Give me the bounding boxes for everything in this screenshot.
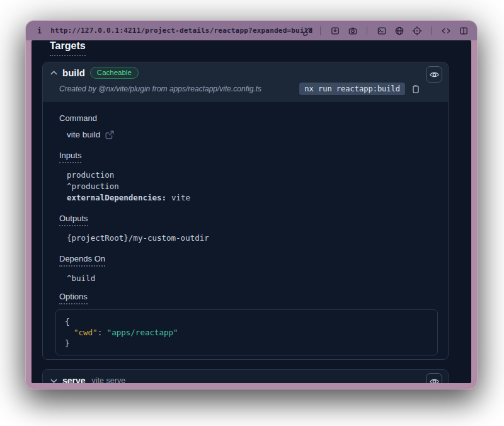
json-key: "cwd"	[74, 328, 98, 337]
chevron-up-icon	[50, 71, 57, 75]
depends-on-item: ^build	[67, 273, 439, 284]
inputs-section: Inputs production ^production externalDe…	[59, 149, 439, 204]
save-box-icon[interactable]	[329, 25, 340, 36]
inputs-label: Inputs	[59, 151, 81, 163]
options-section: Options { "cwd": "apps/reactapp" }	[59, 291, 439, 355]
build-target-title: build	[62, 67, 85, 78]
page-viewport[interactable]: Targets build Cacheable Created by @nx/v…	[32, 40, 471, 383]
output-item: {projectRoot}/my-custom-outdir	[67, 233, 439, 244]
terminal-icon[interactable]	[376, 25, 387, 36]
crosshair-icon[interactable]	[411, 25, 422, 36]
url-field[interactable]: http://127.0.0.1:4211/project-details/re…	[50, 26, 312, 35]
json-separator: :	[98, 328, 107, 337]
topbar-separator	[431, 26, 432, 35]
input-item: ^production	[67, 181, 439, 192]
depends-on-label: Depends On	[59, 254, 105, 267]
topbar-separator	[320, 26, 321, 35]
external-deps-value: vite	[171, 193, 190, 202]
command-value: vite build	[67, 130, 100, 139]
globe-icon[interactable]	[394, 25, 404, 36]
external-link-icon[interactable]	[105, 130, 114, 139]
json-value: "apps/reactapp"	[107, 328, 178, 337]
code-line: "cwd": "apps/reactapp"	[65, 327, 428, 338]
run-command-chip: nx run reactapp:build	[299, 83, 405, 95]
target-card-serve: serve vite serve	[42, 369, 449, 383]
view-graph-button[interactable]	[426, 373, 442, 383]
input-item: production	[67, 170, 439, 181]
address-area: i http://127.0.0.1:4211/project-details/…	[37, 26, 301, 35]
command-section: Command vite build	[59, 112, 439, 139]
browser-topbar: i http://127.0.0.1:4211/project-details/…	[26, 21, 477, 40]
created-by-text: Created by @nx/vite/plugin from apps/rea…	[59, 84, 299, 93]
build-card-header: build Cacheable Created by @nx/vite/plug…	[43, 62, 448, 101]
info-icon: i	[37, 26, 42, 35]
link-icon[interactable]	[301, 25, 311, 36]
build-expander-row[interactable]: build Cacheable	[50, 67, 420, 79]
code-icon[interactable]	[440, 25, 451, 36]
browser-window: i http://127.0.0.1:4211/project-details/…	[25, 20, 478, 389]
build-card-body: Command vite build Inputs production ^pr…	[43, 101, 448, 360]
view-graph-button[interactable]	[426, 66, 442, 83]
serve-target-subtitle: vite serve	[92, 376, 126, 383]
split-panel-icon[interactable]	[458, 25, 469, 36]
build-subheader-row: Created by @nx/vite/plugin from apps/rea…	[50, 83, 420, 95]
options-label: Options	[59, 292, 88, 304]
serve-target-title: serve	[62, 376, 86, 383]
depends-on-section: Depends On ^build	[59, 253, 439, 284]
outputs-section: Outputs {projectRoot}/my-custom-outdir	[59, 212, 439, 244]
topbar-separator	[367, 26, 367, 35]
camera-icon[interactable]	[347, 25, 358, 36]
external-deps-key: externalDependencies:	[67, 193, 166, 202]
target-card-build: build Cacheable Created by @nx/vite/plug…	[42, 62, 449, 360]
targets-heading: Targets	[50, 40, 86, 56]
options-code-block: { "cwd": "apps/reactapp" }	[55, 309, 438, 355]
serve-expander-row[interactable]: serve vite serve	[50, 376, 420, 383]
chevron-down-icon	[50, 379, 57, 383]
command-label: Command	[59, 113, 97, 123]
topbar-actions	[301, 25, 469, 36]
code-line: }	[65, 338, 428, 348]
input-item: externalDependencies:vite	[67, 192, 439, 204]
outputs-label: Outputs	[59, 214, 88, 226]
copy-icon[interactable]	[411, 84, 420, 94]
code-line: {	[65, 316, 428, 327]
cacheable-badge: Cacheable	[90, 67, 139, 79]
serve-card-header: serve vite serve	[43, 370, 448, 383]
